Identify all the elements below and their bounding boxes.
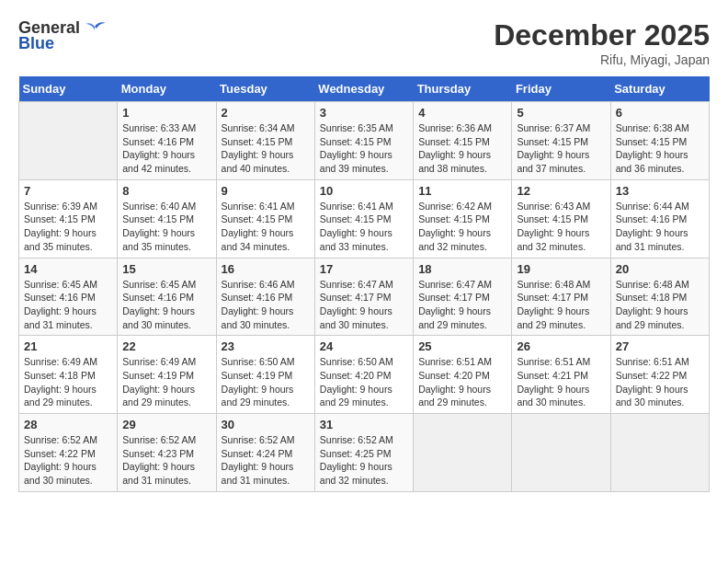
calendar-cell: 7Sunrise: 6:39 AM Sunset: 4:15 PM Daylig… <box>19 179 118 258</box>
logo-blue-text: Blue <box>18 34 54 53</box>
calendar-cell: 2Sunrise: 6:34 AM Sunset: 4:15 PM Daylig… <box>216 102 314 180</box>
day-number: 27 <box>616 339 704 353</box>
day-info: Sunrise: 6:38 AM Sunset: 4:15 PM Dayligh… <box>616 121 704 176</box>
calendar-cell: 8Sunrise: 6:40 AM Sunset: 4:15 PM Daylig… <box>118 179 216 258</box>
column-header-sunday: Sunday <box>19 76 118 102</box>
calendar-cell: 19Sunrise: 6:48 AM Sunset: 4:17 PM Dayli… <box>512 258 610 336</box>
day-info: Sunrise: 6:49 AM Sunset: 4:18 PM Dayligh… <box>24 355 112 409</box>
location: Rifu, Miyagi, Japan <box>494 52 710 67</box>
day-info: Sunrise: 6:37 AM Sunset: 4:15 PM Dayligh… <box>517 121 605 176</box>
column-header-friday: Friday <box>512 76 610 102</box>
day-info: Sunrise: 6:41 AM Sunset: 4:15 PM Dayligh… <box>320 200 408 254</box>
calendar-cell: 17Sunrise: 6:47 AM Sunset: 4:17 PM Dayli… <box>314 258 413 336</box>
day-info: Sunrise: 6:42 AM Sunset: 4:15 PM Dayligh… <box>418 200 506 254</box>
calendar-cell: 3Sunrise: 6:35 AM Sunset: 4:15 PM Daylig… <box>314 102 413 180</box>
day-info: Sunrise: 6:45 AM Sunset: 4:16 PM Dayligh… <box>122 278 210 332</box>
month-title: December 2025 <box>494 18 710 52</box>
calendar-cell: 25Sunrise: 6:51 AM Sunset: 4:20 PM Dayli… <box>414 336 512 414</box>
day-number: 24 <box>320 339 408 353</box>
calendar-cell: 20Sunrise: 6:48 AM Sunset: 4:18 PM Dayli… <box>610 258 709 336</box>
day-number: 6 <box>616 106 704 120</box>
day-number: 11 <box>418 184 506 198</box>
column-header-wednesday: Wednesday <box>314 76 413 102</box>
calendar-cell: 18Sunrise: 6:47 AM Sunset: 4:17 PM Dayli… <box>414 258 512 336</box>
column-header-saturday: Saturday <box>610 76 709 102</box>
calendar-cell: 27Sunrise: 6:51 AM Sunset: 4:22 PM Dayli… <box>610 336 709 414</box>
day-info: Sunrise: 6:46 AM Sunset: 4:16 PM Dayligh… <box>222 278 310 332</box>
day-number: 15 <box>122 262 210 276</box>
calendar-cell: 31Sunrise: 6:52 AM Sunset: 4:25 PM Dayli… <box>314 414 413 492</box>
day-info: Sunrise: 6:51 AM Sunset: 4:22 PM Dayligh… <box>616 355 704 409</box>
day-number: 18 <box>418 262 506 276</box>
day-number: 22 <box>122 339 210 353</box>
day-info: Sunrise: 6:51 AM Sunset: 4:21 PM Dayligh… <box>517 355 605 409</box>
day-number: 21 <box>24 339 112 353</box>
day-number: 13 <box>616 184 704 198</box>
column-header-thursday: Thursday <box>414 76 512 102</box>
column-header-tuesday: Tuesday <box>216 76 314 102</box>
day-number: 7 <box>24 184 112 198</box>
calendar-cell: 28Sunrise: 6:52 AM Sunset: 4:22 PM Dayli… <box>19 414 118 492</box>
calendar-cell <box>19 102 118 180</box>
day-info: Sunrise: 6:47 AM Sunset: 4:17 PM Dayligh… <box>320 278 408 332</box>
day-number: 25 <box>418 339 506 353</box>
calendar-table: SundayMondayTuesdayWednesdayThursdayFrid… <box>18 76 710 492</box>
calendar-cell: 30Sunrise: 6:52 AM Sunset: 4:24 PM Dayli… <box>216 414 314 492</box>
column-header-monday: Monday <box>118 76 216 102</box>
day-info: Sunrise: 6:51 AM Sunset: 4:20 PM Dayligh… <box>418 355 506 409</box>
day-info: Sunrise: 6:50 AM Sunset: 4:19 PM Dayligh… <box>222 355 310 409</box>
calendar-week-1: 1Sunrise: 6:33 AM Sunset: 4:16 PM Daylig… <box>19 102 710 180</box>
day-number: 2 <box>222 106 310 120</box>
day-info: Sunrise: 6:52 AM Sunset: 4:23 PM Dayligh… <box>122 433 210 488</box>
calendar-cell: 16Sunrise: 6:46 AM Sunset: 4:16 PM Dayli… <box>216 258 314 336</box>
day-info: Sunrise: 6:44 AM Sunset: 4:16 PM Dayligh… <box>616 200 704 254</box>
day-info: Sunrise: 6:50 AM Sunset: 4:20 PM Dayligh… <box>320 355 408 409</box>
calendar-week-5: 28Sunrise: 6:52 AM Sunset: 4:22 PM Dayli… <box>19 414 710 492</box>
calendar-cell: 4Sunrise: 6:36 AM Sunset: 4:15 PM Daylig… <box>414 102 512 180</box>
day-info: Sunrise: 6:35 AM Sunset: 4:15 PM Dayligh… <box>320 121 408 176</box>
day-info: Sunrise: 6:36 AM Sunset: 4:15 PM Dayligh… <box>418 121 506 176</box>
calendar-cell: 21Sunrise: 6:49 AM Sunset: 4:18 PM Dayli… <box>19 336 118 414</box>
calendar-week-4: 21Sunrise: 6:49 AM Sunset: 4:18 PM Dayli… <box>19 336 710 414</box>
day-info: Sunrise: 6:52 AM Sunset: 4:25 PM Dayligh… <box>320 433 408 488</box>
page-header: General Blue December 2025 Rifu, Miyagi,… <box>18 18 710 67</box>
day-info: Sunrise: 6:43 AM Sunset: 4:15 PM Dayligh… <box>517 200 605 254</box>
logo-bird-icon <box>82 19 108 38</box>
calendar-cell: 26Sunrise: 6:51 AM Sunset: 4:21 PM Dayli… <box>512 336 610 414</box>
day-info: Sunrise: 6:47 AM Sunset: 4:17 PM Dayligh… <box>418 278 506 332</box>
day-info: Sunrise: 6:45 AM Sunset: 4:16 PM Dayligh… <box>24 278 112 332</box>
day-number: 3 <box>320 106 408 120</box>
day-number: 29 <box>122 418 210 431</box>
day-info: Sunrise: 6:52 AM Sunset: 4:22 PM Dayligh… <box>24 433 112 488</box>
calendar-cell: 10Sunrise: 6:41 AM Sunset: 4:15 PM Dayli… <box>314 179 413 258</box>
calendar-cell: 12Sunrise: 6:43 AM Sunset: 4:15 PM Dayli… <box>512 179 610 258</box>
day-info: Sunrise: 6:34 AM Sunset: 4:15 PM Dayligh… <box>222 121 310 176</box>
day-number: 8 <box>122 184 210 198</box>
day-info: Sunrise: 6:49 AM Sunset: 4:19 PM Dayligh… <box>122 355 210 409</box>
title-section: December 2025 Rifu, Miyagi, Japan <box>494 18 710 67</box>
calendar-cell: 29Sunrise: 6:52 AM Sunset: 4:23 PM Dayli… <box>118 414 216 492</box>
calendar-cell: 23Sunrise: 6:50 AM Sunset: 4:19 PM Dayli… <box>216 336 314 414</box>
day-info: Sunrise: 6:52 AM Sunset: 4:24 PM Dayligh… <box>222 433 310 488</box>
calendar-header-row: SundayMondayTuesdayWednesdayThursdayFrid… <box>19 76 710 102</box>
calendar-cell <box>414 414 512 492</box>
calendar-cell: 13Sunrise: 6:44 AM Sunset: 4:16 PM Dayli… <box>610 179 709 258</box>
calendar-cell: 22Sunrise: 6:49 AM Sunset: 4:19 PM Dayli… <box>118 336 216 414</box>
day-number: 17 <box>320 262 408 276</box>
day-info: Sunrise: 6:41 AM Sunset: 4:15 PM Dayligh… <box>222 200 310 254</box>
day-number: 14 <box>24 262 112 276</box>
day-number: 23 <box>222 339 310 353</box>
calendar-cell: 9Sunrise: 6:41 AM Sunset: 4:15 PM Daylig… <box>216 179 314 258</box>
calendar-cell: 5Sunrise: 6:37 AM Sunset: 4:15 PM Daylig… <box>512 102 610 180</box>
day-number: 16 <box>222 262 310 276</box>
logo: General Blue <box>18 18 108 53</box>
day-number: 28 <box>24 418 112 431</box>
calendar-cell: 1Sunrise: 6:33 AM Sunset: 4:16 PM Daylig… <box>118 102 216 180</box>
calendar-cell: 6Sunrise: 6:38 AM Sunset: 4:15 PM Daylig… <box>610 102 709 180</box>
day-number: 20 <box>616 262 704 276</box>
day-number: 5 <box>517 106 605 120</box>
day-info: Sunrise: 6:40 AM Sunset: 4:15 PM Dayligh… <box>122 200 210 254</box>
day-number: 4 <box>418 106 506 120</box>
calendar-week-2: 7Sunrise: 6:39 AM Sunset: 4:15 PM Daylig… <box>19 179 710 258</box>
day-number: 26 <box>517 339 605 353</box>
